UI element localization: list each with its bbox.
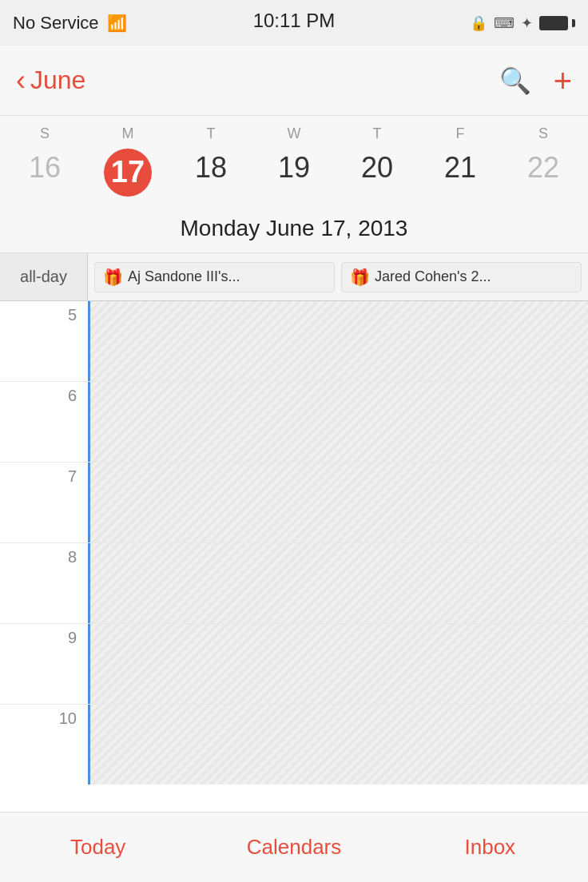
gift-icon-1: 🎁 [103,268,123,287]
day-18[interactable]: 18 [169,149,252,197]
status-right: 🔒 ⌨ ✦ [470,14,575,32]
time-slot-10: 10 [0,705,588,785]
day-17-today[interactable]: 17 [104,149,152,197]
day-header-sun: S [3,122,86,145]
all-day-event-2-title: Jared Cohen's 2... [375,268,491,285]
status-left: No Service 📶 [13,13,127,34]
time-content-6 [88,382,588,462]
tab-bar: Today Calendars Inbox [0,812,588,882]
time-content-7 [88,463,588,542]
gift-icon-2: 🎁 [350,268,370,287]
time-slot-5: 5 [0,301,588,382]
all-day-label: all-day [0,253,88,300]
time-slot-9: 9 [0,624,588,705]
day-21[interactable]: 21 [419,149,502,197]
add-button[interactable]: + [554,65,572,97]
day-headers: S M T W T F S [0,122,588,145]
time-slot-6: 6 [0,382,588,463]
time-label-5: 5 [0,301,88,324]
search-button[interactable]: 🔍 [499,66,531,96]
time-label-6: 6 [0,382,88,405]
day-header-tue: T [169,122,252,145]
time-label-9: 9 [0,624,88,647]
time-label-10: 10 [0,705,88,728]
nav-actions: 🔍 + [499,65,572,97]
bluetooth-icon: ✦ [521,14,533,32]
day-header-sat: S [502,122,585,145]
time-content-5 [88,301,588,381]
time-slot-8: 8 [0,543,588,624]
battery-indicator [539,16,575,30]
back-label: June [30,66,85,95]
all-day-event-1[interactable]: 🎁 Aj Sandone III's... [94,262,335,292]
day-16[interactable]: 16 [3,149,86,197]
day-header-mon: M [86,122,169,145]
status-bar: No Service 📶 10:11 PM 🔒 ⌨ ✦ [0,0,588,46]
all-day-event-2[interactable]: 🎁 Jared Cohen's 2... [341,262,582,292]
keyboard-icon: ⌨ [494,14,514,32]
selected-date-label: Monday June 17, 2013 [0,208,588,253]
tab-inbox[interactable]: Inbox [392,827,588,868]
day-header-fri: F [419,122,502,145]
all-day-events: 🎁 Aj Sandone III's... 🎁 Jared Cohen's 2.… [88,253,588,300]
all-day-event-1-title: Aj Sandone III's... [128,268,240,285]
day-20[interactable]: 20 [336,149,419,197]
nav-bar: ‹ June 🔍 + [0,46,588,116]
back-button[interactable]: ‹ June [16,64,85,97]
wifi-icon: 📶 [107,14,127,33]
time-slot-7: 7 [0,463,588,543]
time-content-9 [88,624,588,704]
calendar-week: S M T W T F S 16 17 18 19 20 21 22 [0,116,588,208]
day-19[interactable]: 19 [252,149,336,197]
time-label-7: 7 [0,463,88,486]
day-header-wed: W [252,122,336,145]
lock-icon: 🔒 [470,14,487,32]
tab-calendars[interactable]: Calendars [196,827,391,868]
day-numbers: 16 17 18 19 20 21 22 [0,145,588,205]
no-service-text: No Service [13,13,99,34]
day-header-thu: T [336,122,419,145]
day-22[interactable]: 22 [502,149,585,197]
time-content-8 [88,543,588,623]
time-label-8: 8 [0,543,88,566]
time-slots: 5 6 7 8 9 10 [0,301,588,812]
day-17-wrapper[interactable]: 17 [86,149,169,197]
main-content: ‹ June 🔍 + S M T W T F S 16 17 18 19 20 … [0,46,588,812]
time-content-10 [88,705,588,785]
tab-today[interactable]: Today [0,827,196,868]
all-day-row: all-day 🎁 Aj Sandone III's... 🎁 Jared Co… [0,253,588,301]
back-chevron-icon: ‹ [16,64,26,97]
status-time: 10:11 PM [253,10,336,32]
